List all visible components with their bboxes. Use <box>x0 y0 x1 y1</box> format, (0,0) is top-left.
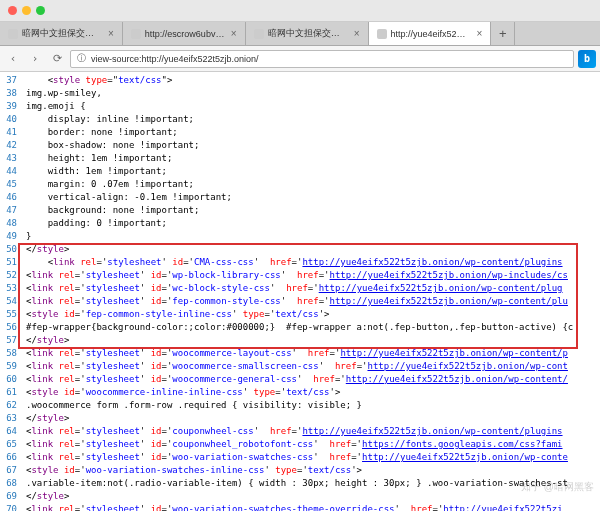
line-number: 47 <box>0 204 20 217</box>
tab-label: 暗网中文担保交易市场 - ... <box>268 27 348 40</box>
line-number: 63 <box>0 412 20 425</box>
line-number: 59 <box>0 360 20 373</box>
line-number: 58 <box>0 347 20 360</box>
maximize-window-icon[interactable] <box>36 6 45 15</box>
line-number: 53 <box>0 282 20 295</box>
line-number: 50 <box>0 243 20 256</box>
code-line: <link rel='stylesheet' id='wp-block-libr… <box>26 269 600 282</box>
code-line: <link rel='stylesheet' id='woocommerce-l… <box>26 347 600 360</box>
watermark: 知乎 @暗网黑客 <box>521 480 594 494</box>
code-line: background: none !important; <box>26 204 600 217</box>
code-line: padding: 0 !important; <box>26 217 600 230</box>
code-line: <style type="text/css"> <box>26 74 600 87</box>
url-input[interactable]: ⓘ view-source:http://yue4eifx522t5zjb.on… <box>70 50 574 68</box>
code-line: #fep-wrapper{background-color:;color:#00… <box>26 321 600 334</box>
line-number: 44 <box>0 165 20 178</box>
line-number: 65 <box>0 438 20 451</box>
close-tab-icon[interactable]: × <box>108 28 114 39</box>
code-line: </style> <box>26 412 600 425</box>
code-line: <link rel='stylesheet' id='couponwheel-c… <box>26 425 600 438</box>
line-number: 52 <box>0 269 20 282</box>
tab-label: 暗网中文担保交易市场 <box>22 27 102 40</box>
address-bar: ‹ › ⟳ ⓘ view-source:http://yue4eifx522t5… <box>0 46 600 72</box>
code-line: </style> <box>26 490 600 503</box>
browser-tab[interactable]: http://escrow6ubvbwrnptanjxe...× <box>123 22 246 45</box>
url-text: view-source:http://yue4eifx522t5zjb.onio… <box>91 54 259 64</box>
line-number: 57 <box>0 334 20 347</box>
favicon-icon <box>377 29 387 39</box>
code-line: <link rel='stylesheet' id='woocommerce-s… <box>26 360 600 373</box>
code-line: margin: 0 .07em !important; <box>26 178 600 191</box>
code-line: </style> <box>26 334 600 347</box>
edge-logo-icon[interactable]: b <box>578 50 596 68</box>
code-line: .woocommerce form .form-row .required { … <box>26 399 600 412</box>
close-tab-icon[interactable]: × <box>477 28 483 39</box>
line-number: 46 <box>0 191 20 204</box>
code-line: display: inline !important; <box>26 113 600 126</box>
favicon-icon <box>131 29 141 39</box>
line-number: 61 <box>0 386 20 399</box>
code-line: <style id='woo-variation-swatches-inline… <box>26 464 600 477</box>
line-number: 66 <box>0 451 20 464</box>
code-line: <style id='woocommerce-inline-inline-css… <box>26 386 600 399</box>
code-line: <link rel='stylesheet' id='couponwheel_r… <box>26 438 600 451</box>
code-line: box-shadow: none !important; <box>26 139 600 152</box>
close-tab-icon[interactable]: × <box>354 28 360 39</box>
line-number: 70 <box>0 503 20 511</box>
code-line: border: none !important; <box>26 126 600 139</box>
line-number: 43 <box>0 152 20 165</box>
line-number: 67 <box>0 464 20 477</box>
back-button[interactable]: ‹ <box>4 50 22 68</box>
source-code-view[interactable]: 3738394041424344454647484950515253545556… <box>0 72 600 511</box>
line-number: 39 <box>0 100 20 113</box>
code-line: vertical-align: -0.1em !important; <box>26 191 600 204</box>
new-tab-button[interactable]: + <box>491 22 515 45</box>
code-line: <link rel='stylesheet' id='CMA-css-css' … <box>26 256 600 269</box>
info-icon: ⓘ <box>75 53 87 65</box>
close-tab-icon[interactable]: × <box>231 28 237 39</box>
browser-tab[interactable]: 暗网中文担保交易市场× <box>0 22 123 45</box>
code-line: } <box>26 230 600 243</box>
window-titlebar <box>0 0 600 22</box>
code-line: img.emoji { <box>26 100 600 113</box>
minimize-window-icon[interactable] <box>22 6 31 15</box>
line-number: 60 <box>0 373 20 386</box>
code-line: <link rel='stylesheet' id='woo-variation… <box>26 451 600 464</box>
line-number: 45 <box>0 178 20 191</box>
line-number: 40 <box>0 113 20 126</box>
line-number: 69 <box>0 490 20 503</box>
code-line: img.wp-smiley, <box>26 87 600 100</box>
line-number: 54 <box>0 295 20 308</box>
reload-button[interactable]: ⟳ <box>48 50 66 68</box>
code-line: <link rel='stylesheet' id='fep-common-st… <box>26 295 600 308</box>
favicon-icon <box>8 29 18 39</box>
code-line: <style id='fep-common-style-inline-css' … <box>26 308 600 321</box>
code-line: </style> <box>26 243 600 256</box>
code-line: <link rel='stylesheet' id='woocommerce-g… <box>26 373 600 386</box>
browser-tab[interactable]: 暗网中文担保交易市场 - ...× <box>246 22 369 45</box>
line-number: 42 <box>0 139 20 152</box>
browser-tab[interactable]: http://yue4eifx522t5zjb.onion/× <box>369 22 492 45</box>
code-line: height: 1em !important; <box>26 152 600 165</box>
code-line: width: 1em !important; <box>26 165 600 178</box>
tab-label: http://yue4eifx522t5zjb.onion/ <box>391 29 471 39</box>
line-number-gutter: 3738394041424344454647484950515253545556… <box>0 72 20 511</box>
code-line: .variable-item:not(.radio-variable-item)… <box>26 477 600 490</box>
line-number: 37 <box>0 74 20 87</box>
line-number: 62 <box>0 399 20 412</box>
line-number: 41 <box>0 126 20 139</box>
source-code-content: <style type="text/css">img.wp-smiley,img… <box>22 72 600 511</box>
close-window-icon[interactable] <box>8 6 17 15</box>
line-number: 51 <box>0 256 20 269</box>
forward-button[interactable]: › <box>26 50 44 68</box>
line-number: 56 <box>0 321 20 334</box>
line-number: 49 <box>0 230 20 243</box>
line-number: 48 <box>0 217 20 230</box>
tab-label: http://escrow6ubvbwrnptanjxe... <box>145 29 225 39</box>
code-line: <link rel='stylesheet' id='wc-block-styl… <box>26 282 600 295</box>
line-number: 55 <box>0 308 20 321</box>
line-number: 68 <box>0 477 20 490</box>
favicon-icon <box>254 29 264 39</box>
code-line: <link rel='stylesheet' id='woo-variation… <box>26 503 600 511</box>
line-number: 38 <box>0 87 20 100</box>
